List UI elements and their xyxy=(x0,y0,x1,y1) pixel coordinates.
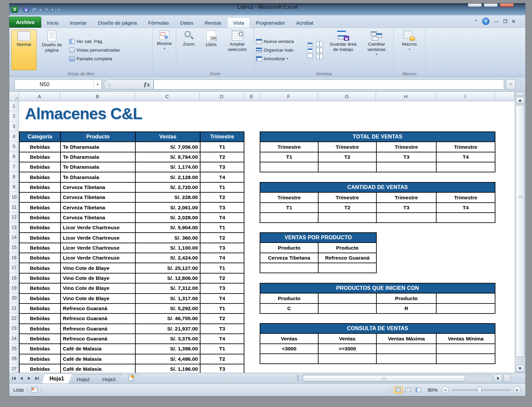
insert-worksheet-button[interactable] xyxy=(124,374,138,382)
ribbon-tab-f-rmulas[interactable]: Fórmulas xyxy=(143,18,175,28)
normal-view-shortcut[interactable] xyxy=(394,386,403,394)
table-header-cell[interactable] xyxy=(318,293,376,303)
row-header-9[interactable]: 9 xyxy=(9,182,19,192)
column-header-C[interactable]: C xyxy=(135,92,200,101)
table-cell[interactable]: T3 xyxy=(200,162,244,172)
sheet-tab-hoja3[interactable]: Hoja3 xyxy=(95,374,123,383)
zoom-slider-thumb[interactable] xyxy=(477,387,482,393)
table-cell[interactable]: Café de Malasia xyxy=(61,344,135,354)
vertical-split-handle[interactable] xyxy=(516,92,524,96)
table-cell[interactable]: S/. 2,128.00 xyxy=(135,172,200,182)
row-header-27[interactable]: 27 xyxy=(9,364,19,373)
table-cell[interactable]: S/. 1,196.00 xyxy=(135,364,200,373)
table-cell[interactable]: T4 xyxy=(200,294,244,304)
name-box[interactable]: N50 ▼ xyxy=(15,80,102,90)
table-header-cell[interactable]: Trimestre xyxy=(436,192,495,202)
table-cell[interactable]: Café de Malasia xyxy=(61,354,135,364)
table-cell[interactable]: Te Dharamsala xyxy=(61,152,135,162)
save-workspace-button[interactable]: Guardar área de trabajo xyxy=(327,30,360,70)
scroll-down-button[interactable] xyxy=(516,365,524,372)
table-cell[interactable]: Bebidas xyxy=(19,223,61,233)
table-cell[interactable]: S/. 1,174.00 xyxy=(135,162,200,172)
table-cell[interactable]: Cerveza Tibetana xyxy=(61,192,135,202)
table-cell[interactable]: Refresco Guaraná xyxy=(61,304,135,313)
table-cell[interactable]: S/. 8,784.00 xyxy=(135,152,200,162)
switch-windows-button[interactable]: Cambiar ventanas ▾ xyxy=(362,30,391,70)
page-break-preview-button[interactable]: Ver salt. Pág. xyxy=(69,37,120,46)
row-header-20[interactable]: 20 xyxy=(9,293,19,303)
table-cell[interactable]: T1 xyxy=(260,152,318,162)
formula-input[interactable] xyxy=(154,80,504,90)
table-cell[interactable]: S/. 1,100.00 xyxy=(135,243,200,253)
full-screen-button[interactable]: Pantalla completa xyxy=(69,54,120,63)
column-header-H[interactable]: H xyxy=(376,92,436,101)
table-cell[interactable]: Vino Cote de Blaye xyxy=(61,273,135,283)
row-header-8[interactable]: 8 xyxy=(9,172,19,182)
table-header-cell[interactable]: Producto xyxy=(318,243,376,253)
table-cell[interactable]: C xyxy=(260,304,318,313)
new-window-button[interactable]: Nueva ventana xyxy=(256,37,305,46)
table-cell[interactable]: Te Dharamsala xyxy=(61,162,135,172)
worksheet-area[interactable]: ABCDEFGHI 123456789101112131415161718192… xyxy=(9,92,515,373)
table-cell[interactable]: S/. 2,028.00 xyxy=(135,213,200,223)
table-cell[interactable]: S/. 1,317.00 xyxy=(135,294,200,304)
insert-function-icon[interactable]: ƒx xyxy=(144,81,150,88)
table-cell[interactable] xyxy=(376,344,436,354)
table-cell[interactable]: T2 xyxy=(200,233,244,243)
table-cell[interactable] xyxy=(260,263,318,273)
table-cell[interactable]: T1 xyxy=(200,182,244,192)
table-cell[interactable]: Cerveza Tibetana xyxy=(260,253,318,263)
horizontal-split-box[interactable] xyxy=(503,374,511,382)
last-sheet-button[interactable] xyxy=(34,375,40,381)
table-header-cell[interactable]: Producto xyxy=(260,243,318,253)
table-cell[interactable]: T4 xyxy=(200,334,244,344)
row-header-26[interactable]: 26 xyxy=(9,354,19,364)
table-cell[interactable]: T1 xyxy=(200,263,244,273)
vertical-scroll-thumb[interactable] xyxy=(516,105,524,357)
table-cell[interactable]: Licor Verde Chartreuse xyxy=(61,223,135,233)
table-cell[interactable]: Licor Verde Chartreuse xyxy=(61,233,135,243)
restore-window-button[interactable] xyxy=(484,3,498,7)
table-header-cell[interactable]: Ventas xyxy=(135,132,200,142)
hide-icon[interactable] xyxy=(307,48,313,52)
table-header-cell[interactable]: Trimestre xyxy=(260,142,318,152)
table-cell[interactable]: T2 xyxy=(200,273,244,283)
table-cell[interactable]: Licor Verde Chartreuse xyxy=(61,243,135,253)
zoom-100-button[interactable]: 100 100% xyxy=(202,30,220,70)
macro-record-icon[interactable] xyxy=(31,387,38,393)
table-header-cell[interactable]: Trimestre xyxy=(260,192,318,202)
table-cell[interactable]: S/. 360.00 xyxy=(135,233,200,243)
column-header-D[interactable]: D xyxy=(200,92,244,101)
normal-view-button[interactable]: Normal xyxy=(11,30,37,70)
row-header-23[interactable]: 23 xyxy=(9,323,19,333)
table-header-cell[interactable]: Producto xyxy=(376,293,436,303)
table-cell[interactable] xyxy=(318,213,376,223)
table-cell[interactable]: T1 xyxy=(200,223,244,233)
table-cell[interactable]: Bebidas xyxy=(19,273,61,283)
table-header-cell[interactable]: Trimestre xyxy=(318,142,376,152)
table-header-cell[interactable]: Producto xyxy=(260,293,318,303)
zoom-button[interactable]: Zoom xyxy=(179,30,199,70)
table-cell[interactable]: Bebidas xyxy=(19,192,61,202)
row-header-5[interactable]: 5 xyxy=(9,141,19,151)
table-cell[interactable]: Bebidas xyxy=(19,142,61,152)
help-icon[interactable]: ? xyxy=(482,18,489,25)
scroll-up-button[interactable] xyxy=(516,97,524,104)
table-cell[interactable]: T1 xyxy=(200,344,244,354)
table-cell[interactable]: T4 xyxy=(200,213,244,223)
table-cell[interactable]: T2 xyxy=(200,313,244,323)
zoom-slider[interactable] xyxy=(452,386,511,394)
table-cell[interactable]: <3000 xyxy=(260,344,318,354)
table-cell[interactable]: Vino Cote de Blaye xyxy=(61,263,135,273)
table-cell[interactable]: Bebidas xyxy=(19,213,61,223)
scroll-right-button[interactable] xyxy=(494,374,502,382)
table-cell[interactable] xyxy=(436,162,495,172)
split-icon[interactable] xyxy=(307,42,313,47)
table-cell[interactable] xyxy=(436,304,495,313)
table-cell[interactable]: Refresco Guaraná xyxy=(61,334,135,344)
macros-button[interactable]: Macros ▾ xyxy=(401,30,418,70)
table-cell[interactable]: Bebidas xyxy=(19,233,61,243)
table-cell[interactable]: Bebidas xyxy=(19,182,61,192)
table-cell[interactable]: Te Dharamsala xyxy=(61,172,135,182)
table-cell[interactable]: Bebidas xyxy=(19,294,61,304)
